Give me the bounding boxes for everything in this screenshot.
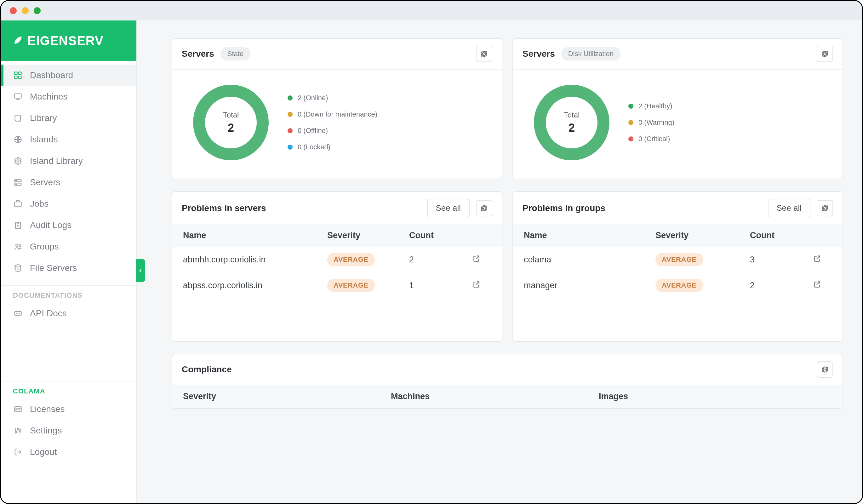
svg-rect-3 (18, 76, 21, 78)
refresh-button[interactable] (817, 46, 833, 62)
refresh-button[interactable] (476, 46, 492, 62)
legend-text: 2 (Healthy) (638, 102, 673, 110)
sidebar-nav: Dashboard Machines Library (1, 61, 136, 503)
sidebar-item-audit-logs[interactable]: Audit Logs (1, 215, 136, 236)
cell-name: manager (524, 281, 655, 290)
svg-rect-4 (15, 94, 22, 98)
sidebar-item-settings[interactable]: Settings (1, 420, 136, 441)
svg-point-20 (17, 428, 19, 430)
sidebar-item-label: API Docs (30, 308, 67, 318)
col-name: Name (524, 230, 655, 240)
row-compliance: Compliance Severity Machines Images (172, 354, 843, 409)
svg-point-14 (19, 245, 21, 247)
sidebar-item-label: Groups (30, 242, 59, 252)
sidebar-item-dashboard[interactable]: Dashboard (1, 65, 136, 86)
legend-dot (288, 128, 292, 133)
cell-name: abpss.corp.coriolis.in (183, 281, 327, 290)
card-title: Problems in groups (523, 203, 605, 213)
row-problems: Problems in servers See all Name Severit… (172, 191, 843, 342)
legend-item: 2 (Online) (288, 94, 377, 102)
sidebar-item-label: Islands (30, 135, 58, 144)
col-severity: Severity (183, 392, 391, 401)
open-link-icon[interactable] (813, 280, 832, 291)
sidebar-collapse-handle[interactable] (136, 259, 145, 282)
donut-chart: Total 2 (534, 85, 610, 160)
main-content: Servers State Total 2 (137, 21, 862, 503)
monitor-icon (13, 92, 23, 102)
col-machines: Machines (391, 392, 599, 401)
sidebar-item-groups[interactable]: Groups (1, 236, 136, 257)
open-link-icon[interactable] (813, 254, 832, 265)
card-header: Servers State (172, 39, 502, 69)
sliders-icon (13, 426, 23, 436)
sidebar: EIGENSERV Dashboard Machines (1, 21, 137, 503)
sidebar-item-api-docs[interactable]: API Docs (1, 303, 136, 324)
table-body: abmhh.corp.coriolis.in AVERAGE 2 abpss.c… (172, 247, 502, 341)
legend-dot (628, 120, 634, 125)
cell-count: 2 (409, 255, 472, 265)
refresh-button[interactable] (817, 200, 833, 216)
col-severity: Severity (327, 230, 409, 240)
svg-point-6 (17, 160, 19, 162)
svg-point-21 (20, 430, 21, 431)
severity-badge: AVERAGE (655, 253, 703, 266)
table-header: Severity Machines Images (172, 385, 842, 408)
svg-point-15 (15, 265, 21, 267)
legend-item: 2 (Healthy) (628, 102, 674, 110)
donut-total-label: Total (223, 111, 239, 119)
sidebar-item-island-library[interactable]: Island Library (1, 150, 136, 172)
col-count: Count (750, 230, 813, 240)
card-problems-servers: Problems in servers See all Name Severit… (172, 191, 502, 342)
grid-icon (13, 70, 23, 80)
cell-name: colama (524, 255, 655, 265)
app-window: EIGENSERV Dashboard Machines (0, 0, 863, 504)
sidebar-item-machines[interactable]: Machines (1, 86, 136, 108)
refresh-button[interactable] (476, 200, 492, 216)
card-subtitle-pill: Disk Utilization (561, 47, 621, 61)
table-body: colama AVERAGE 3 manager AVERAGE 2 (513, 247, 842, 341)
legend-dot (628, 104, 634, 109)
sidebar-item-islands[interactable]: Islands (1, 129, 136, 150)
sidebar-section-colama: COLAMA (1, 381, 136, 399)
sidebar-item-licenses[interactable]: Licenses (1, 399, 136, 420)
table-header: Name Severity Count (172, 224, 502, 247)
server-icon (13, 177, 23, 187)
sidebar-item-label: Library (30, 113, 57, 123)
window-zoom-dot[interactable] (34, 7, 41, 14)
open-link-icon[interactable] (472, 254, 491, 265)
sidebar-item-logout[interactable]: Logout (1, 441, 136, 463)
refresh-button[interactable] (817, 361, 833, 378)
window-close-dot[interactable] (10, 7, 17, 14)
sidebar-item-file-servers[interactable]: File Servers (1, 257, 136, 279)
legend-text: 0 (Down for maintenance) (298, 110, 377, 118)
sidebar-item-label: File Servers (30, 263, 77, 273)
legend-item: 0 (Down for maintenance) (288, 110, 377, 118)
legend-text: 0 (Locked) (298, 143, 330, 151)
sidebar-item-jobs[interactable]: Jobs (1, 193, 136, 215)
svg-rect-1 (18, 72, 21, 75)
sidebar-item-label: Jobs (30, 199, 49, 209)
table-header: Name Severity Count (513, 224, 842, 247)
sidebar-item-servers[interactable]: Servers (1, 172, 136, 193)
cell-name: abmhh.corp.coriolis.in (183, 255, 327, 265)
sidebar-item-library[interactable]: Library (1, 108, 136, 129)
api-icon (13, 308, 23, 318)
donut-total-value: 2 (568, 121, 575, 135)
briefcase-icon (13, 199, 23, 209)
card-servers-disk: Servers Disk Utilization Total (512, 38, 843, 179)
card-header: Compliance (172, 354, 842, 385)
sidebar-item-label: Dashboard (30, 70, 73, 80)
legend-dot (288, 96, 292, 100)
see-all-button[interactable]: See all (768, 199, 811, 217)
legend-item: 0 (Locked) (288, 143, 377, 151)
legend-text: 2 (Online) (298, 94, 328, 102)
see-all-button[interactable]: See all (427, 199, 470, 217)
severity-badge: AVERAGE (655, 279, 703, 292)
donut-panel: Total 2 2 (Online) 0 (Down for maintenan… (172, 70, 502, 179)
brand: EIGENSERV (1, 21, 136, 61)
open-link-icon[interactable] (472, 280, 491, 291)
window-minimize-dot[interactable] (22, 7, 29, 14)
legend-item: 0 (Critical) (628, 135, 674, 143)
row-donuts: Servers State Total 2 (172, 38, 843, 179)
severity-badge: AVERAGE (327, 279, 375, 292)
